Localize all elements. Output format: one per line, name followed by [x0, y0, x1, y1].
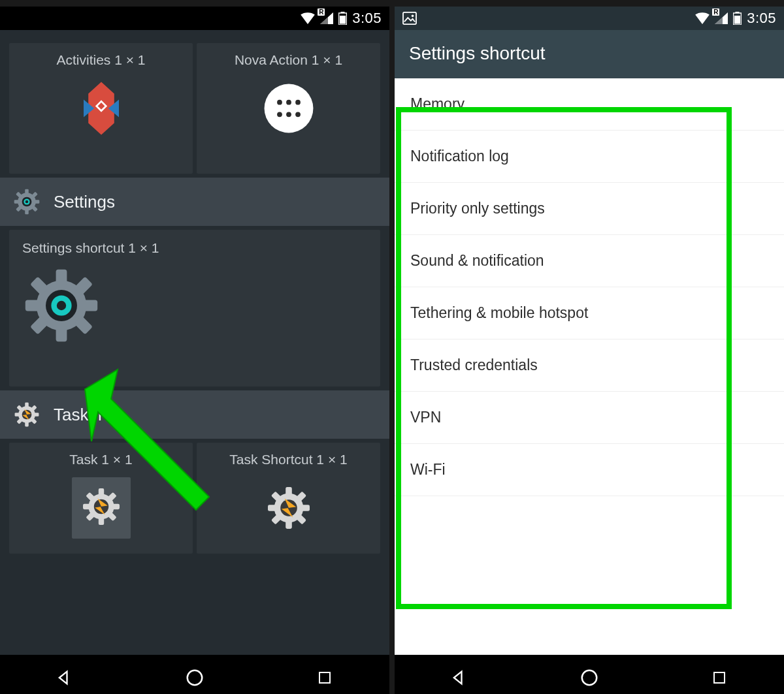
list-item-notification-log[interactable]: Notification log [395, 131, 784, 183]
svg-point-10 [286, 100, 291, 105]
nav-home-button[interactable] [182, 665, 208, 691]
nova-action-icon [203, 76, 374, 141]
svg-rect-19 [34, 200, 39, 204]
svg-point-9 [277, 100, 282, 105]
svg-rect-16 [25, 189, 29, 195]
widget-nova-action[interactable]: Nova Action 1 × 1 [197, 43, 380, 174]
status-bar: R 3:05 [0, 7, 389, 30]
list-item-priority-only-settings[interactable]: Priority only settings [395, 183, 784, 235]
status-time: 3:05 [747, 10, 776, 27]
svg-rect-30 [25, 300, 41, 311]
svg-rect-75 [403, 12, 416, 24]
app-bar-title: Settings shortcut [395, 30, 784, 78]
svg-point-80 [582, 670, 597, 686]
svg-point-76 [412, 15, 414, 18]
svg-rect-40 [25, 403, 29, 407]
widget-settings-shortcut[interactable]: Settings shortcut 1 × 1 [9, 230, 380, 386]
nav-back-button[interactable] [446, 665, 472, 691]
list-item-sound-notification[interactable]: Sound & notification [395, 235, 784, 287]
svg-rect-74 [319, 672, 330, 683]
phone-left: R 3:05 Activities 1 × 1 [0, 7, 389, 694]
list-item-vpn[interactable]: VPN [395, 392, 784, 444]
svg-rect-62 [286, 487, 292, 496]
wifi-icon [695, 12, 710, 24]
widget-activities[interactable]: Activities 1 × 1 [9, 43, 193, 174]
nav-bar [395, 655, 784, 694]
svg-rect-28 [56, 270, 67, 285]
widget-label: Settings shortcut 1 × 1 [22, 240, 367, 256]
widget-label: Task 1 × 1 [16, 452, 186, 467]
svg-point-12 [277, 112, 282, 117]
section-settings[interactable]: Settings [0, 178, 389, 226]
status-time: 3:05 [352, 10, 382, 27]
svg-point-38 [57, 301, 66, 310]
wifi-icon [301, 12, 315, 24]
image-notification-icon [402, 12, 417, 25]
svg-rect-65 [301, 505, 310, 511]
svg-rect-43 [34, 413, 39, 417]
svg-rect-31 [82, 300, 97, 311]
settings-app-icon [12, 187, 42, 217]
svg-point-26 [25, 200, 29, 204]
svg-rect-52 [98, 518, 103, 525]
svg-rect-42 [15, 413, 20, 417]
widget-label: Task Shortcut 1 × 1 [203, 452, 374, 467]
svg-rect-29 [56, 326, 67, 341]
svg-point-11 [295, 100, 301, 105]
svg-point-13 [286, 112, 291, 117]
nav-recents-button[interactable] [312, 665, 338, 691]
settings-shortcut-list[interactable]: Memory Notification log Priority only se… [395, 78, 784, 655]
nova-activities-icon [16, 76, 186, 141]
svg-rect-79 [734, 16, 740, 24]
list-item-tethering-hotspot[interactable]: Tethering & mobile hotspot [395, 287, 784, 339]
nav-bar [0, 655, 389, 694]
settings-shortcut-screen: Settings shortcut Memory Notification lo… [395, 30, 784, 655]
nav-home-button[interactable] [576, 665, 602, 691]
settings-shortcut-icon [22, 266, 367, 371]
list-item-trusted-credentials[interactable]: Trusted credentials [395, 339, 784, 392]
tasker-app-icon [12, 400, 42, 430]
widget-label: Activities 1 × 1 [16, 52, 186, 68]
tasker-icon [203, 475, 374, 541]
section-tasker[interactable]: Tasker [0, 390, 389, 439]
section-label: Tasker [54, 405, 104, 425]
svg-rect-41 [25, 422, 29, 426]
widget-task-shortcut[interactable]: Task Shortcut 1 × 1 [197, 443, 380, 554]
svg-rect-53 [83, 504, 90, 509]
list-item-memory[interactable]: Memory [395, 78, 784, 131]
svg-rect-63 [286, 520, 292, 529]
svg-rect-17 [25, 209, 29, 214]
roaming-signal-icon: R [715, 12, 728, 24]
svg-rect-64 [268, 505, 276, 511]
svg-rect-54 [112, 504, 119, 509]
section-label: Settings [54, 192, 115, 212]
tasker-icon [16, 475, 186, 541]
svg-rect-81 [714, 672, 725, 683]
phone-right: R 3:05 Settings shortcut Memory Notifica… [395, 7, 784, 694]
widget-task[interactable]: Task 1 × 1 [9, 443, 193, 554]
nav-back-button[interactable] [52, 665, 78, 691]
svg-point-14 [295, 112, 301, 117]
svg-rect-18 [14, 200, 20, 204]
widget-picker: Activities 1 × 1 Nova Action 1 × [0, 30, 389, 655]
widget-label: Nova Action 1 × 1 [203, 52, 374, 68]
status-bar: R 3:05 [395, 7, 784, 30]
battery-icon [338, 12, 347, 25]
roaming-signal-icon: R [320, 12, 333, 24]
battery-icon [733, 12, 742, 25]
svg-rect-51 [98, 488, 103, 496]
svg-point-73 [188, 670, 203, 686]
nav-recents-button[interactable] [706, 665, 732, 691]
list-item-wifi[interactable]: Wi-Fi [395, 444, 784, 496]
svg-rect-2 [340, 16, 346, 24]
svg-point-8 [264, 84, 313, 133]
